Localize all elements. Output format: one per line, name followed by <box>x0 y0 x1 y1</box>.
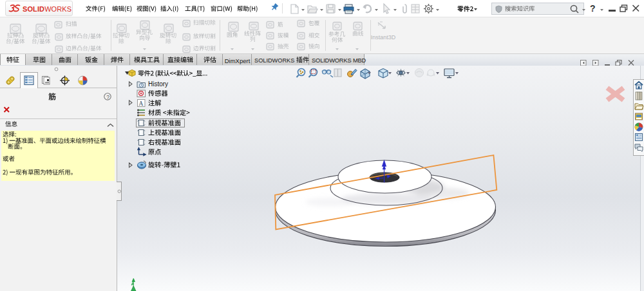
svg-text:A: A <box>139 100 144 106</box>
svg-text:?: ? <box>106 94 109 100</box>
